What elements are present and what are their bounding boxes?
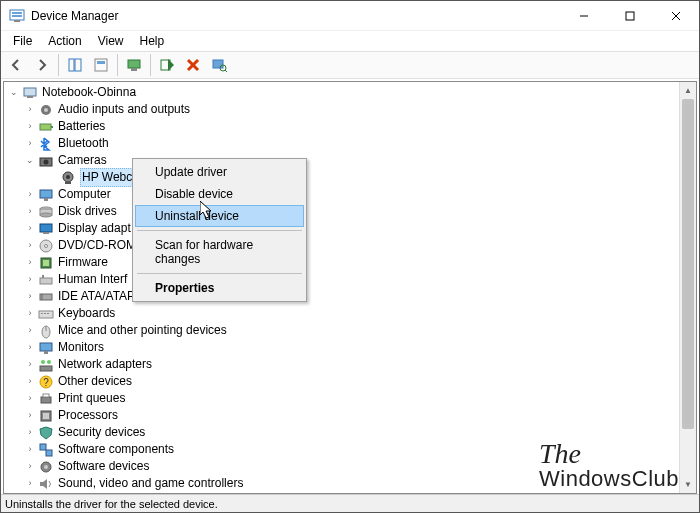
tree-category-label: Security devices	[58, 424, 145, 441]
tree-category[interactable]: ›Human Interf	[6, 271, 696, 288]
ctx-uninstall-device[interactable]: Uninstall device	[135, 205, 304, 227]
tree-category[interactable]: ›DVD/CD-ROM	[6, 237, 696, 254]
toolbar	[1, 51, 699, 79]
window-title: Device Manager	[31, 9, 118, 23]
watermark-line2: WindowsClub	[539, 468, 679, 490]
forward-icon[interactable]	[30, 53, 54, 77]
scan-hardware-icon[interactable]	[207, 53, 231, 77]
gear-icon	[38, 476, 54, 492]
svg-rect-11	[97, 61, 105, 64]
menu-file[interactable]: File	[5, 32, 40, 50]
expand-icon[interactable]: ›	[24, 206, 36, 218]
svg-rect-20	[24, 88, 36, 96]
tree-category[interactable]: ›Display adapt	[6, 220, 696, 237]
tree-category[interactable]: ›IDE ATA/ATAP...	[6, 288, 696, 305]
svg-rect-52	[40, 343, 52, 351]
collapse-icon[interactable]: ⌄	[8, 87, 20, 99]
expand-icon[interactable]: ›	[24, 359, 36, 371]
close-button[interactable]	[653, 1, 699, 31]
vertical-scrollbar[interactable]: ▲ ▼	[679, 82, 696, 493]
expand-icon[interactable]: ›	[24, 325, 36, 337]
expand-icon[interactable]: ›	[24, 257, 36, 269]
expand-icon[interactable]: ›	[24, 121, 36, 133]
ctx-scan-hardware[interactable]: Scan for hardware changes	[135, 234, 304, 270]
monitor-icon	[38, 357, 54, 373]
keyboard-icon	[38, 323, 54, 339]
expand-icon[interactable]: ›	[24, 138, 36, 150]
menu-help[interactable]: Help	[132, 32, 173, 50]
update-driver-icon[interactable]	[122, 53, 146, 77]
expand-icon[interactable]: ⌄	[24, 155, 36, 167]
device-tree[interactable]: ⌄Notebook-Obinna›Audio inputs and output…	[4, 82, 696, 494]
svg-rect-59	[41, 397, 51, 403]
tree-category-label: IDE ATA/ATAP...	[58, 288, 144, 305]
app-icon	[9, 8, 25, 24]
tree-category[interactable]: ›Batteries	[6, 118, 696, 135]
uninstall-device-icon[interactable]	[181, 53, 205, 77]
minimize-button[interactable]	[561, 1, 607, 31]
webcam-icon	[60, 170, 76, 186]
svg-rect-49	[47, 313, 49, 314]
tree-root[interactable]: ⌄Notebook-Obinna	[6, 84, 696, 101]
battery-icon	[38, 119, 54, 135]
menu-action[interactable]: Action	[40, 32, 89, 50]
ide-icon	[38, 306, 54, 322]
tree-category[interactable]: ›Audio inputs and outputs	[6, 101, 696, 118]
webcam-icon	[38, 187, 54, 203]
scroll-thumb[interactable]	[682, 99, 694, 429]
show-hide-tree-icon[interactable]	[63, 53, 87, 77]
expand-icon[interactable]: ›	[24, 461, 36, 473]
computer-tree-icon	[22, 85, 38, 101]
toolbar-separator	[150, 54, 151, 76]
svg-rect-53	[44, 351, 48, 354]
svg-rect-3	[14, 20, 20, 22]
expand-icon[interactable]: ›	[24, 427, 36, 439]
expand-icon[interactable]: ›	[24, 274, 36, 286]
reserved-icon[interactable]	[89, 53, 113, 77]
tree-category[interactable]: ›Firmware	[6, 254, 696, 271]
expand-icon[interactable]: ›	[24, 393, 36, 405]
enable-device-icon[interactable]	[155, 53, 179, 77]
tree-category[interactable]: ›Bluetooth	[6, 135, 696, 152]
expand-icon[interactable]: ›	[24, 189, 36, 201]
svg-rect-30	[65, 182, 71, 184]
tree-category-label: Network adapters	[58, 356, 152, 373]
tree-category-label: Disk drives	[58, 203, 117, 220]
tree-category[interactable]: ›Network adapters	[6, 356, 696, 373]
expand-icon[interactable]: ›	[24, 291, 36, 303]
tree-category[interactable]: ›Print queues	[6, 390, 696, 407]
expand-icon[interactable]: ›	[24, 308, 36, 320]
ctx-disable-device[interactable]: Disable device	[135, 183, 304, 205]
tree-category[interactable]: ›Monitors	[6, 339, 696, 356]
tree-category[interactable]: ›Keyboards	[6, 305, 696, 322]
scroll-up-icon[interactable]: ▲	[680, 82, 696, 99]
expand-icon[interactable]: ›	[24, 444, 36, 456]
tree-category-label: Software components	[58, 441, 174, 458]
expand-icon[interactable]: ›	[24, 410, 36, 422]
svg-point-27	[44, 159, 49, 164]
tree-category[interactable]: ›Mice and other pointing devices	[6, 322, 696, 339]
tree-category[interactable]: ›Disk drives	[6, 203, 696, 220]
expand-icon[interactable]: ›	[24, 342, 36, 354]
ctx-properties[interactable]: Properties	[135, 277, 304, 299]
status-text: Uninstalls the driver for the selected d…	[5, 498, 218, 510]
expand-icon[interactable]: ›	[24, 376, 36, 388]
svg-rect-62	[43, 413, 49, 419]
menu-view[interactable]: View	[90, 32, 132, 50]
svg-rect-60	[43, 394, 49, 397]
tree-category[interactable]: ⌄Cameras	[6, 152, 696, 169]
tree-category[interactable]: ›?Other devices	[6, 373, 696, 390]
expand-icon[interactable]: ›	[24, 478, 36, 490]
tree-category[interactable]: ›Processors	[6, 407, 696, 424]
scroll-down-icon[interactable]: ▼	[680, 476, 696, 493]
expand-icon[interactable]: ›	[24, 240, 36, 252]
svg-rect-24	[40, 124, 51, 130]
ctx-update-driver[interactable]: Update driver	[135, 161, 304, 183]
tree-category[interactable]: ›Security devices	[6, 424, 696, 441]
expand-icon[interactable]: ›	[24, 104, 36, 116]
tree-device[interactable]: HP Webcam	[6, 169, 696, 186]
maximize-button[interactable]	[607, 1, 653, 31]
tree-category[interactable]: ›Computer	[6, 186, 696, 203]
expand-icon[interactable]: ›	[24, 223, 36, 235]
back-icon[interactable]	[4, 53, 28, 77]
